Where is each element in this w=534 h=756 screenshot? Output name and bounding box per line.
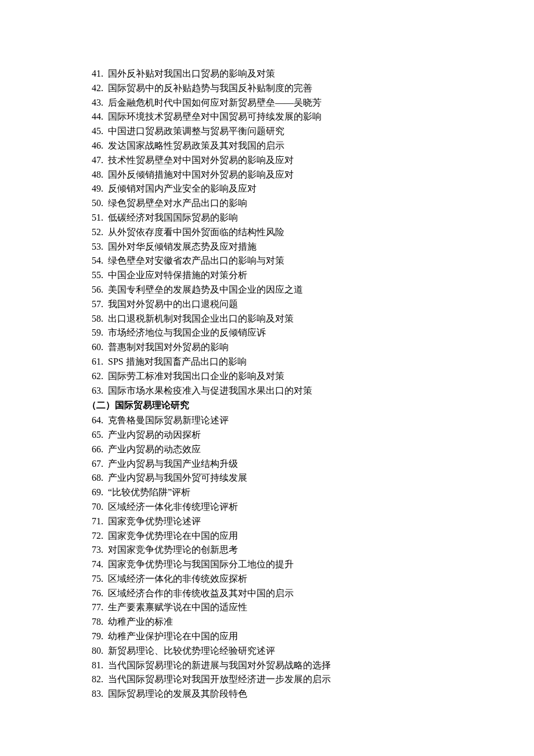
list-item: 46发达国家战略性贸易政策及其对我国的启示 bbox=[87, 139, 464, 153]
item-number: 67 bbox=[87, 457, 108, 471]
item-number: 73 bbox=[87, 543, 108, 557]
list-item: 72国家竞争优势理论在中国的应用 bbox=[87, 529, 464, 543]
item-text: 反倾销对国内产业安全的影响及应对 bbox=[108, 182, 464, 196]
item-text: 国际贸易中的反补贴趋势与我国反补贴制度的完善 bbox=[108, 81, 464, 96]
item-text: 普惠制对我国对外贸易的影响 bbox=[108, 340, 464, 355]
item-number: 74 bbox=[87, 557, 108, 572]
item-number: 80 bbox=[87, 644, 108, 658]
list-item: 80新贸易理论、比较优势理论经验研究述评 bbox=[87, 644, 464, 658]
item-text: 国际贸易理论的发展及其阶段特色 bbox=[108, 687, 464, 701]
item-number: 54 bbox=[87, 254, 108, 268]
item-number: 45 bbox=[87, 124, 108, 139]
list-item: 51低碳经济对我国国际贸易的影响 bbox=[87, 211, 464, 225]
item-number: 60 bbox=[87, 340, 108, 355]
item-number: 79 bbox=[87, 629, 108, 644]
item-number: 58 bbox=[87, 312, 108, 326]
list-item: 57我国对外贸易中的出口退税问题 bbox=[87, 297, 464, 312]
list-item: 63国际市场水果检疫准入与促进我国水果出口的对策 bbox=[87, 384, 464, 398]
list-item: 69“比较优势陷阱”评析 bbox=[87, 485, 464, 500]
item-number: 44 bbox=[87, 110, 108, 124]
list-item: 56美国专利壁垒的发展趋势及中国企业的因应之道 bbox=[87, 283, 464, 297]
list-item: 81当代国际贸易理论的新进展与我国对外贸易战略的选择 bbox=[87, 658, 464, 673]
list-item: 50绿色贸易壁垒对水产品出口的影响 bbox=[87, 196, 464, 211]
list-item: 62国际劳工标准对我国出口企业的影响及对策 bbox=[87, 369, 464, 384]
list-item: 47技术性贸易壁垒对中国对外贸易的影响及应对 bbox=[87, 153, 464, 168]
list-item: 70区域经济一体化非传统理论评析 bbox=[87, 500, 464, 514]
item-number: 52 bbox=[87, 225, 108, 240]
list-item: 77生产要素禀赋学说在中国的适应性 bbox=[87, 600, 464, 615]
item-text: 国家竞争优势理论述评 bbox=[108, 514, 464, 529]
item-number: 64 bbox=[87, 413, 108, 428]
item-text: 当代国际贸易理论的新进展与我国对外贸易战略的选择 bbox=[108, 658, 464, 673]
list-item: 43后金融危机时代中国如何应对新贸易壁垒——吴晓芳 bbox=[87, 96, 464, 110]
item-text: 低碳经济对我国国际贸易的影响 bbox=[108, 211, 464, 225]
item-text: 绿色贸易壁垒对水产品出口的影响 bbox=[108, 196, 464, 211]
item-text: 发达国家战略性贸易政策及其对我国的启示 bbox=[108, 139, 464, 153]
item-text: 生产要素禀赋学说在中国的适应性 bbox=[108, 600, 464, 615]
item-number: 70 bbox=[87, 500, 108, 514]
list-item: 76区域经济合作的非传统收益及其对中国的启示 bbox=[87, 586, 464, 601]
item-text: 新贸易理论、比较优势理论经验研究述评 bbox=[108, 644, 464, 658]
document-body: 41国外反补贴对我国出口贸易的影响及对策42国际贸易中的反补贴趋势与我国反补贴制… bbox=[87, 67, 464, 701]
item-text: 产业内贸易与我国外贸可持续发展 bbox=[108, 471, 464, 485]
item-number: 68 bbox=[87, 471, 108, 485]
item-number: 48 bbox=[87, 168, 108, 182]
item-number: 65 bbox=[87, 428, 108, 442]
item-text: 产业内贸易与我国产业结构升级 bbox=[108, 457, 464, 471]
item-number: 66 bbox=[87, 442, 108, 457]
item-number: 63 bbox=[87, 384, 108, 398]
list-item: 61SPS 措施对我国畜产品出口的影响 bbox=[87, 355, 464, 369]
item-number: 62 bbox=[87, 369, 108, 384]
item-text: 国外对华反倾销发展态势及应对措施 bbox=[108, 240, 464, 254]
item-text: 国外反补贴对我国出口贸易的影响及对策 bbox=[108, 67, 464, 81]
item-text: 国家竞争优势理论与我国国际分工地位的提升 bbox=[108, 557, 464, 572]
list-item: 83国际贸易理论的发展及其阶段特色 bbox=[87, 687, 464, 701]
list-item: 68产业内贸易与我国外贸可持续发展 bbox=[87, 471, 464, 485]
item-number: 53 bbox=[87, 240, 108, 254]
list-item: 59市场经济地位与我国企业的反倾销应诉 bbox=[87, 326, 464, 340]
item-text: 出口退税新机制对我国企业出口的影响及对策 bbox=[108, 312, 464, 326]
list-item: 78幼稚产业的标准 bbox=[87, 615, 464, 629]
item-number: 61 bbox=[87, 355, 108, 369]
list-item: 58出口退税新机制对我国企业出口的影响及对策 bbox=[87, 312, 464, 326]
item-text: 国外反倾销措施对中国对外贸易的影响及应对 bbox=[108, 168, 464, 182]
list-item: 73对国家竞争优势理论的创新思考 bbox=[87, 543, 464, 557]
item-text: 美国专利壁垒的发展趋势及中国企业的因应之道 bbox=[108, 283, 464, 297]
item-number: 42 bbox=[87, 81, 108, 96]
item-text: 当代国际贸易理论对我国开放型经济进一步发展的启示 bbox=[108, 672, 464, 687]
item-text: 从外贸依存度看中国外贸面临的结构性风险 bbox=[108, 225, 464, 240]
item-number: 41 bbox=[87, 67, 108, 81]
list-item: 55中国企业应对特保措施的对策分析 bbox=[87, 268, 464, 283]
item-number: 59 bbox=[87, 326, 108, 340]
list-item: 74国家竞争优势理论与我国国际分工地位的提升 bbox=[87, 557, 464, 572]
item-text: 对国家竞争优势理论的创新思考 bbox=[108, 543, 464, 557]
item-number: 57 bbox=[87, 297, 108, 312]
item-text: 后金融危机时代中国如何应对新贸易壁垒——吴晓芳 bbox=[108, 96, 464, 110]
list-item: 53国外对华反倾销发展态势及应对措施 bbox=[87, 240, 464, 254]
item-text: 我国对外贸易中的出口退税问题 bbox=[108, 297, 464, 312]
item-text: 国家竞争优势理论在中国的应用 bbox=[108, 529, 464, 543]
list-item: 71国家竞争优势理论述评 bbox=[87, 514, 464, 529]
item-number: 76 bbox=[87, 586, 108, 601]
list-item: 49反倾销对国内产业安全的影响及应对 bbox=[87, 182, 464, 196]
item-number: 77 bbox=[87, 600, 108, 615]
item-number: 47 bbox=[87, 153, 108, 168]
item-number: 81 bbox=[87, 658, 108, 673]
list-item: 64克鲁格曼国际贸易新理论述评 bbox=[87, 413, 464, 428]
list-item: 66产业内贸易的动态效应 bbox=[87, 442, 464, 457]
item-text: 中国进口贸易政策调整与贸易平衡问题研究 bbox=[108, 124, 464, 139]
item-text: 产业内贸易的动因探析 bbox=[108, 428, 464, 442]
list-item: 52从外贸依存度看中国外贸面临的结构性风险 bbox=[87, 225, 464, 240]
list-item: 45中国进口贸易政策调整与贸易平衡问题研究 bbox=[87, 124, 464, 139]
item-number: 56 bbox=[87, 283, 108, 297]
list-item: 82当代国际贸易理论对我国开放型经济进一步发展的启示 bbox=[87, 672, 464, 687]
item-number: 69 bbox=[87, 485, 108, 500]
list-item: 42国际贸易中的反补贴趋势与我国反补贴制度的完善 bbox=[87, 81, 464, 96]
item-text: 幼稚产业保护理论在中国的应用 bbox=[108, 629, 464, 644]
item-text: 幼稚产业的标准 bbox=[108, 615, 464, 629]
item-text: 克鲁格曼国际贸易新理论述评 bbox=[108, 413, 464, 428]
item-number: 78 bbox=[87, 615, 108, 629]
item-number: 51 bbox=[87, 211, 108, 225]
item-number: 75 bbox=[87, 572, 108, 586]
list-item: 48国外反倾销措施对中国对外贸易的影响及应对 bbox=[87, 168, 464, 182]
